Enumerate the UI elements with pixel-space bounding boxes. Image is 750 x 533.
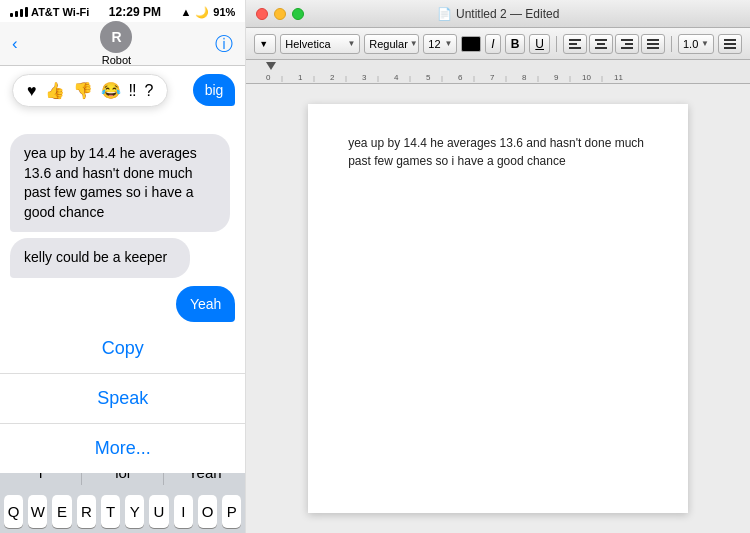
ruler-marker [266, 62, 276, 70]
align-right-icon [621, 39, 633, 49]
svg-rect-2 [569, 47, 581, 49]
signal-bars [10, 7, 28, 17]
svg-rect-6 [621, 39, 633, 41]
svg-text:9: 9 [554, 73, 559, 82]
tapback-thumbsup[interactable]: 👍 [45, 81, 65, 100]
context-copy[interactable]: Copy [0, 324, 245, 374]
tapback-exclaim[interactable]: ‼ [129, 82, 137, 100]
tapback-thumbsdown[interactable]: 👎 [73, 81, 93, 100]
context-speak[interactable]: Speak [0, 374, 245, 424]
align-right-btn[interactable] [615, 34, 639, 54]
svg-text:7: 7 [490, 73, 495, 82]
list-btn[interactable] [718, 34, 742, 54]
context-more[interactable]: More... [0, 424, 245, 473]
nav-center: R Robot [100, 21, 132, 66]
signal-bar-4 [25, 7, 28, 17]
key-q[interactable]: Q [4, 495, 23, 528]
close-button[interactable] [256, 8, 268, 20]
key-i[interactable]: I [174, 495, 193, 528]
svg-rect-3 [595, 39, 607, 41]
ruler-ticks: 0 1 2 3 4 5 6 7 8 9 10 11 [246, 60, 750, 84]
document-area[interactable]: yea up by 14.4 he averages 13.6 and hasn… [246, 84, 750, 533]
key-o[interactable]: O [198, 495, 217, 528]
style-select[interactable]: Regular ▼ [364, 34, 419, 54]
align-group [563, 34, 665, 54]
context-menu: Copy Speak More... [0, 324, 245, 473]
info-button[interactable]: ⓘ [215, 32, 233, 56]
bubble-partial-blue: big [193, 74, 236, 106]
bubble-outgoing[interactable]: Yeah [176, 286, 235, 322]
svg-rect-1 [569, 43, 577, 45]
maximize-button[interactable] [292, 8, 304, 20]
status-bar: AT&T Wi-Fi 12:29 PM ▲ 🌙 91% [0, 0, 245, 22]
nav-bar: ‹ R Robot ⓘ [0, 22, 245, 66]
svg-rect-14 [724, 47, 736, 49]
key-p[interactable]: P [222, 495, 241, 528]
svg-rect-4 [597, 43, 605, 45]
svg-text:11: 11 [614, 73, 623, 82]
underline-btn[interactable]: U [529, 34, 550, 54]
size-select[interactable]: 12 ▼ [423, 34, 457, 54]
document-icon: 📄 [437, 7, 452, 21]
back-button[interactable]: ‹ [12, 34, 18, 54]
time-label: 12:29 PM [109, 5, 161, 19]
svg-rect-11 [647, 47, 659, 49]
svg-text:0: 0 [266, 73, 271, 82]
ios-messages-panel: AT&T Wi-Fi 12:29 PM ▲ 🌙 91% ‹ R Robot ⓘ … [0, 0, 246, 533]
svg-rect-7 [625, 43, 633, 45]
bold-btn[interactable]: B [505, 34, 526, 54]
status-left: AT&T Wi-Fi [10, 6, 89, 18]
font-size-down[interactable]: ▼ [254, 34, 276, 54]
key-w[interactable]: W [28, 495, 47, 528]
svg-text:5: 5 [426, 73, 431, 82]
svg-rect-9 [647, 39, 659, 41]
align-justify-icon [647, 39, 659, 49]
document-page[interactable]: yea up by 14.4 he averages 13.6 and hasn… [308, 104, 688, 513]
align-left-btn[interactable] [563, 34, 587, 54]
textedit-toolbar: ▼ Helvetica ▼ Regular ▼ 12 ▼ I B U [246, 28, 750, 60]
font-select-arrow: ▼ [347, 39, 355, 48]
tapback-heart[interactable]: ♥ [27, 82, 37, 100]
bubble-incoming-1[interactable]: yea up by 14.4 he averages 13.6 and hasn… [10, 134, 230, 232]
align-justify-btn[interactable] [641, 34, 665, 54]
svg-text:10: 10 [582, 73, 591, 82]
svg-text:6: 6 [458, 73, 463, 82]
italic-btn[interactable]: I [485, 34, 500, 54]
textedit-panel: 📄 Untitled 2 — Edited ▼ Helvetica ▼ Regu… [246, 0, 750, 533]
key-e[interactable]: E [52, 495, 71, 528]
svg-rect-0 [569, 39, 581, 41]
tapback-question[interactable]: ? [145, 82, 154, 100]
line-spacing-select[interactable]: 1.0 ▼ [678, 34, 714, 54]
battery-label: 91% [213, 6, 235, 18]
toolbar-divider-2 [671, 36, 672, 52]
svg-text:1: 1 [298, 73, 303, 82]
svg-rect-12 [724, 39, 736, 41]
key-r[interactable]: R [77, 495, 96, 528]
signal-bar-3 [20, 9, 23, 17]
window-title: 📄 Untitled 2 — Edited [437, 7, 559, 21]
key-t[interactable]: T [101, 495, 120, 528]
svg-rect-13 [724, 43, 736, 45]
align-left-icon [569, 39, 581, 49]
size-select-arrow: ▼ [444, 39, 452, 48]
svg-text:4: 4 [394, 73, 399, 82]
svg-text:2: 2 [330, 73, 335, 82]
ruler: 0 1 2 3 4 5 6 7 8 9 10 11 [246, 60, 750, 84]
textedit-titlebar: 📄 Untitled 2 — Edited [246, 0, 750, 28]
style-select-arrow: ▼ [410, 39, 418, 48]
key-row-1: Q W E R T Y U I O P [4, 495, 241, 528]
contact-avatar[interactable]: R [100, 21, 132, 53]
contact-name: Robot [102, 54, 131, 66]
key-y[interactable]: Y [125, 495, 144, 528]
document-text: yea up by 14.4 he averages 13.6 and hasn… [348, 134, 648, 170]
key-u[interactable]: U [149, 495, 168, 528]
font-select[interactable]: Helvetica ▼ [280, 34, 360, 54]
svg-text:8: 8 [522, 73, 527, 82]
text-color-picker[interactable] [461, 36, 481, 52]
tapback-bar: ♥ 👍 👎 😂 ‼ ? [12, 74, 168, 107]
minimize-button[interactable] [274, 8, 286, 20]
tapback-haha[interactable]: 😂 [101, 81, 121, 100]
align-center-btn[interactable] [589, 34, 613, 54]
list-icon [724, 39, 736, 49]
bubble-incoming-2[interactable]: kelly could be a keeper [10, 238, 190, 278]
